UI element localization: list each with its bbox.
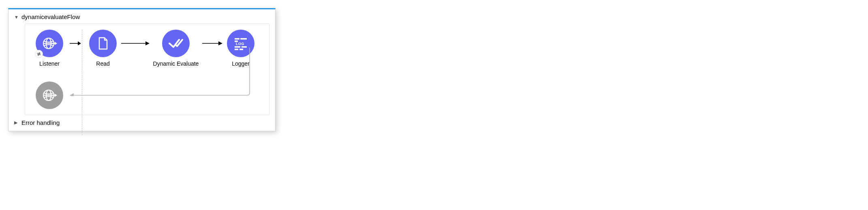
evaluate-node[interactable]: Dynamic Evaluate [150,30,202,67]
svg-rect-16 [242,46,247,48]
logger-label: Logger [232,60,250,67]
chevron-down-icon: ▼ [14,15,19,19]
read-label: Read [96,60,109,67]
node-row: Listener Read [29,30,265,67]
read-node[interactable]: Read [85,30,121,67]
error-section-header[interactable]: ▶ Error handling [14,119,269,126]
flow-panel: ▼ dynamicevaluateFlow [8,8,276,131]
evaluate-label: Dynamic Evaluate [153,60,199,67]
svg-rect-12 [240,38,247,40]
svg-marker-6 [78,41,81,45]
arrow [121,30,150,57]
response-row [29,81,265,109]
exchange-icon [35,50,43,58]
logger-circle: LOG [227,30,254,57]
svg-rect-15 [235,46,240,48]
flow-canvas: Listener Read [25,24,269,115]
globe-arrow-icon [41,35,58,51]
globe-arrow-icon [41,87,58,103]
arrow [70,30,81,57]
arrow [202,30,222,57]
evaluate-circle [162,30,190,57]
listener-label: Listener [39,60,60,67]
flow-title: dynamicevaluateFlow [21,13,80,20]
svg-marker-24 [70,93,74,96]
read-circle [89,30,117,57]
logger-node[interactable]: LOG Logger [222,30,259,67]
listener-circle [36,30,63,57]
svg-text:LOG: LOG [236,42,244,46]
listener-node[interactable]: Listener [29,30,70,67]
double-check-icon [167,36,185,51]
svg-marker-8 [145,41,150,45]
svg-marker-23 [55,94,57,97]
svg-marker-4 [55,42,57,45]
svg-marker-10 [218,41,222,45]
error-section-title: Error handling [21,119,60,126]
source-divider [81,30,85,57]
response-circle [36,81,63,109]
flow-header[interactable]: ▼ dynamicevaluateFlow [14,13,269,20]
svg-rect-18 [239,49,243,50]
svg-rect-11 [235,38,239,40]
response-node[interactable] [29,81,70,109]
file-icon [96,35,110,51]
log-icon: LOG [232,35,249,51]
svg-rect-17 [235,49,238,50]
chevron-right-icon: ▶ [14,120,19,125]
